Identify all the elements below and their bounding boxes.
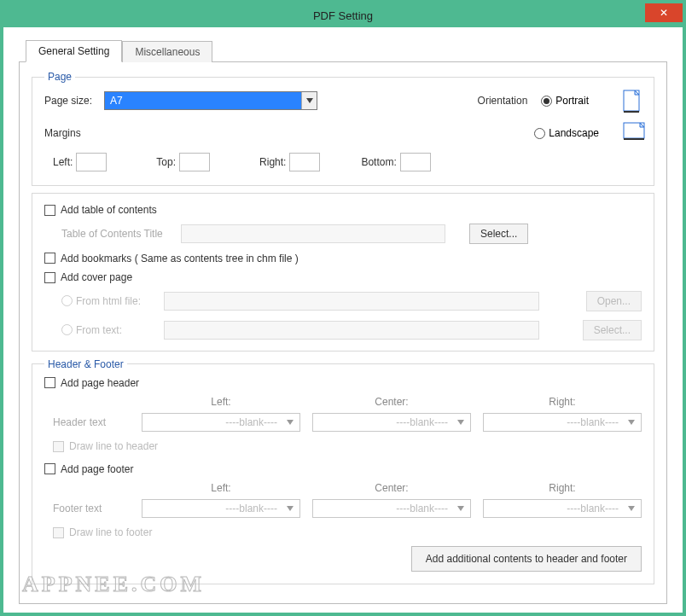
page-size-label: Page size:: [44, 95, 96, 107]
margin-top-label: Top:: [156, 156, 176, 168]
footer-center-combo[interactable]: ----blank----: [312, 499, 471, 518]
radio-portrait[interactable]: Portrait: [541, 95, 589, 107]
checkbox-add-cover[interactable]: Add cover page: [44, 271, 132, 283]
footer-text-label: Footer text: [44, 503, 130, 514]
column-right-label: Right:: [483, 396, 642, 408]
tab-miscellaneous[interactable]: Miscellaneous: [122, 41, 212, 62]
tab-general-setting[interactable]: General Setting: [26, 40, 122, 62]
radio-dot-icon: [61, 324, 73, 335]
close-button[interactable]: ✕: [645, 3, 683, 22]
header-footer-group: Header & Footer Add page header Left: Ce…: [32, 358, 654, 585]
margins-label: Margins: [44, 127, 96, 139]
column-right-label-2: Right:: [483, 482, 642, 494]
footer-right-combo[interactable]: ----blank----: [483, 499, 642, 518]
chevron-down-icon: [455, 506, 467, 511]
toc-title-input[interactable]: [181, 224, 445, 243]
toc-select-button[interactable]: Select...: [469, 224, 528, 244]
checkbox-add-bookmarks[interactable]: Add bookmarks ( Same as contents tree in…: [44, 253, 299, 264]
checkbox-add-page-header[interactable]: Add page header: [44, 377, 139, 389]
radio-dot-icon: [61, 295, 73, 306]
margin-right-input[interactable]: [289, 153, 320, 171]
radio-dot-icon: [541, 96, 552, 107]
page-group: Page Page size: A7 Orientation: [32, 71, 654, 186]
checkbox-box-icon: [44, 463, 55, 474]
margin-right-label: Right:: [259, 156, 286, 168]
text-select-button[interactable]: Select...: [583, 320, 642, 340]
window-title: PDF Setting: [313, 9, 373, 22]
toc-title-label: Table of Contents Title: [61, 228, 172, 240]
radio-from-text[interactable]: From text:: [61, 324, 155, 336]
titlebar: PDF Setting ✕: [3, 3, 683, 27]
checkbox-box-icon: [44, 377, 55, 388]
header-center-combo[interactable]: ----blank----: [312, 413, 471, 432]
orientation-label: Orientation: [478, 95, 528, 107]
chevron-down-icon: [625, 506, 637, 511]
page-size-select[interactable]: A7: [104, 91, 317, 110]
checkbox-box-icon: [53, 527, 64, 538]
chevron-down-icon: [284, 420, 296, 425]
svg-rect-1: [624, 111, 639, 113]
margin-bottom-input[interactable]: [400, 153, 431, 171]
page-size-value: A7: [105, 92, 301, 109]
middle-group: Add table of contents Table of Contents …: [32, 193, 654, 352]
column-left-label-2: Left:: [142, 482, 300, 494]
header-footer-legend: Header & Footer: [44, 358, 127, 370]
from-html-input[interactable]: [164, 292, 539, 311]
footer-left-combo[interactable]: ----blank----: [142, 499, 300, 518]
checkbox-draw-line-footer[interactable]: Draw line to footer: [44, 526, 152, 538]
checkbox-add-page-footer[interactable]: Add page footer: [44, 463, 133, 475]
dropdown-icon: [301, 92, 317, 109]
close-icon: ✕: [660, 7, 668, 19]
chevron-down-icon: [284, 506, 296, 511]
page-group-legend: Page: [44, 71, 75, 83]
content-area: General Setting Miscellaneous Page Page …: [3, 27, 683, 613]
margin-left-label: Left:: [53, 156, 73, 168]
from-text-input[interactable]: [164, 321, 539, 340]
svg-rect-3: [624, 138, 644, 140]
header-right-combo[interactable]: ----blank----: [483, 413, 642, 432]
checkbox-box-icon: [44, 272, 55, 283]
open-button[interactable]: Open...: [586, 291, 642, 311]
column-center-label-2: Center:: [312, 482, 471, 494]
checkbox-box-icon: [44, 253, 55, 264]
tab-panel: Page Page size: A7 Orientation: [19, 61, 667, 604]
landscape-page-icon: [623, 122, 642, 144]
chevron-down-icon: [455, 420, 467, 425]
checkbox-box-icon: [44, 205, 55, 216]
column-center-label: Center:: [312, 396, 471, 408]
radio-dot-icon: [534, 128, 545, 139]
header-left-combo[interactable]: ----blank----: [142, 413, 300, 432]
checkbox-draw-line-header[interactable]: Draw line to header: [44, 440, 158, 452]
pdf-setting-window: PDF Setting ✕ General Setting Miscellane…: [0, 0, 686, 616]
tabstrip: General Setting Miscellaneous: [26, 39, 667, 61]
margins-row: Left: Top: Right: Bottom:: [44, 153, 642, 175]
checkbox-add-toc[interactable]: Add table of contents: [44, 204, 157, 216]
margin-top-input[interactable]: [179, 153, 210, 171]
chevron-down-icon: [625, 420, 637, 425]
portrait-page-icon: [623, 90, 642, 112]
column-left-label: Left:: [142, 396, 300, 408]
add-additional-contents-button[interactable]: Add additional contents to header and fo…: [411, 546, 642, 572]
header-text-label: Header text: [44, 416, 130, 428]
margin-bottom-label: Bottom:: [361, 156, 396, 168]
radio-from-html[interactable]: From html file:: [61, 295, 155, 307]
watermark-text: APPNEE.COM: [22, 572, 205, 597]
radio-landscape[interactable]: Landscape: [534, 127, 599, 139]
checkbox-box-icon: [53, 441, 64, 452]
margin-left-input[interactable]: [76, 153, 107, 171]
